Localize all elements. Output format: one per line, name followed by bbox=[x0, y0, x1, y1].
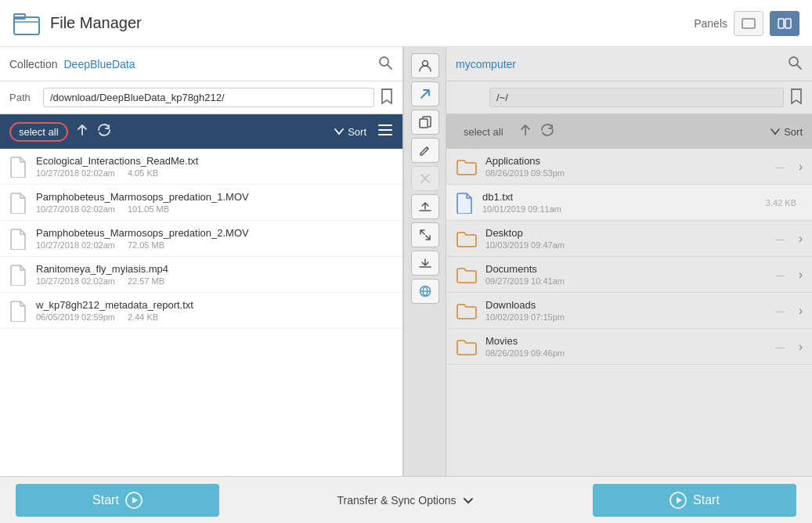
file-info: Ecological_Interactions_ReadMe.txt 10/27… bbox=[36, 155, 393, 178]
left-bookmark-icon[interactable] bbox=[381, 88, 393, 108]
left-file-list: Ecological_Interactions_ReadMe.txt 10/27… bbox=[0, 149, 402, 476]
svg-rect-2 bbox=[742, 19, 755, 28]
list-item[interactable]: w_kp78gh212_metadata_report.txt 06/05/20… bbox=[0, 293, 402, 329]
svg-marker-21 bbox=[677, 497, 682, 503]
transfer-upload-button[interactable] bbox=[411, 194, 439, 219]
transfer-download-button[interactable] bbox=[411, 251, 439, 276]
right-file-list: Applications 08/26/2019 09:53pm — › db1.… bbox=[446, 149, 812, 476]
file-meta: 10/27/2018 02:02am 101.05 MB bbox=[36, 204, 393, 214]
left-sort-section[interactable]: Sort bbox=[334, 126, 366, 138]
file-date: 10/27/2018 02:02am bbox=[36, 168, 115, 178]
dir-info: db1.txt 10/01/2019 09:11am bbox=[482, 191, 758, 214]
file-date: 10/27/2018 02:02am bbox=[36, 240, 115, 250]
right-path-input[interactable] bbox=[489, 88, 784, 107]
file-meta: 10/27/2018 02:02am 4.05 KB bbox=[36, 168, 393, 178]
start-right-button[interactable]: Start bbox=[593, 484, 796, 517]
list-item[interactable]: Pamphobeteus_Marmosops_predation_2.MOV 1… bbox=[0, 221, 402, 257]
file-name: Ecological_Interactions_ReadMe.txt bbox=[36, 155, 393, 167]
dir-size: — bbox=[776, 162, 791, 171]
transfer-arrow-button[interactable] bbox=[411, 81, 439, 106]
file-size: 4.05 KB bbox=[128, 168, 158, 178]
right-sort-section[interactable]: Sort bbox=[770, 126, 803, 138]
list-item[interactable]: Pamphobeteus_Marmosops_predation_1.MOV 1… bbox=[0, 185, 402, 221]
start-left-label: Start bbox=[92, 493, 119, 507]
file-icon bbox=[9, 192, 28, 214]
dual-panel-button[interactable] bbox=[770, 11, 799, 36]
file-meta: 10/27/2018 02:02am 72.05 MB bbox=[36, 240, 393, 250]
svg-rect-11 bbox=[420, 119, 428, 128]
left-search-icon[interactable] bbox=[377, 55, 393, 74]
panels-label: Panels bbox=[694, 17, 727, 30]
list-item[interactable]: db1.txt 10/01/2019 09:11am 3.42 KB bbox=[446, 185, 812, 221]
list-item[interactable]: Movies 08/26/2019 09:46pm — › bbox=[446, 329, 812, 365]
transfer-panel bbox=[403, 47, 446, 476]
right-select-all-button[interactable]: select all bbox=[456, 124, 511, 140]
file-name: w_kp78gh212_metadata_report.txt bbox=[36, 299, 393, 311]
start-left-button[interactable]: Start bbox=[16, 484, 219, 517]
dir-info: Downloads 10/02/2019 07:15pm bbox=[485, 299, 768, 322]
right-up-icon[interactable] bbox=[518, 122, 533, 141]
list-item[interactable]: Desktop 10/03/2019 09:47am — › bbox=[446, 221, 812, 257]
svg-line-17 bbox=[797, 65, 801, 69]
svg-line-6 bbox=[388, 65, 392, 69]
left-menu-icon[interactable] bbox=[377, 124, 393, 139]
list-item[interactable]: Downloads 10/02/2019 07:15pm — › bbox=[446, 293, 812, 329]
file-date: 06/05/2019 02:59pm bbox=[36, 312, 115, 322]
file-icon bbox=[9, 264, 28, 286]
dir-name: Desktop bbox=[485, 227, 768, 239]
left-sort-arrow-icon bbox=[334, 126, 345, 137]
dir-meta: 08/26/2019 09:46pm bbox=[485, 348, 768, 358]
dir-meta: 08/26/2019 09:53pm bbox=[485, 168, 768, 178]
left-up-icon[interactable] bbox=[74, 122, 90, 141]
transfer-delete-button[interactable] bbox=[411, 166, 439, 191]
list-item[interactable]: Documents 09/27/2019 10:41am — › bbox=[446, 257, 812, 293]
collection-name[interactable]: DeepBlueData bbox=[63, 58, 135, 70]
folder-icon bbox=[456, 265, 478, 284]
start-left-play-icon bbox=[125, 492, 143, 509]
right-bookmark-icon[interactable] bbox=[790, 88, 803, 108]
dir-size: — bbox=[776, 234, 791, 243]
file-meta: 10/27/2018 02:02am 22.57 MB bbox=[36, 276, 393, 286]
title-bar: File Manager Panels bbox=[0, 0, 812, 47]
file-manager-icon bbox=[13, 9, 41, 38]
file-name: Ranitomeya_fly_myiasis.mp4 bbox=[36, 263, 393, 275]
folder-icon bbox=[456, 229, 478, 248]
list-item[interactable]: Applications 08/26/2019 09:53pm — › bbox=[446, 149, 812, 185]
right-search-icon[interactable] bbox=[787, 55, 803, 74]
dir-size: 3.42 KB bbox=[766, 198, 803, 207]
main-content: Collection DeepBlueData Path select all bbox=[0, 47, 812, 476]
dir-name: Documents bbox=[485, 263, 768, 275]
left-refresh-icon[interactable] bbox=[96, 122, 112, 141]
right-refresh-icon[interactable] bbox=[540, 122, 555, 141]
file-icon bbox=[9, 228, 28, 250]
list-item[interactable]: Ecological_Interactions_ReadMe.txt 10/27… bbox=[0, 149, 402, 185]
transfer-user-button[interactable] bbox=[411, 53, 439, 78]
file-info: Pamphobeteus_Marmosops_predation_2.MOV 1… bbox=[36, 227, 393, 250]
file-date: 10/27/2018 02:02am bbox=[36, 204, 115, 214]
left-path-label: Path bbox=[9, 92, 37, 103]
dir-meta: 10/01/2019 09:11am bbox=[482, 204, 758, 214]
chevron-right-icon: › bbox=[799, 340, 803, 354]
svg-rect-3 bbox=[778, 19, 784, 28]
left-select-all-button[interactable]: select all bbox=[9, 122, 68, 142]
dir-name: Applications bbox=[485, 155, 768, 167]
file-size: 22.57 MB bbox=[128, 276, 164, 286]
start-right-label: Start bbox=[693, 493, 720, 507]
transfer-sync-options-button[interactable]: Transfer & Sync Options bbox=[219, 494, 593, 507]
chevron-right-icon: › bbox=[799, 232, 803, 246]
list-item[interactable]: Ranitomeya_fly_myiasis.mp4 10/27/2018 02… bbox=[0, 257, 402, 293]
right-toolbar: select all Sort bbox=[446, 114, 812, 149]
file-name: Pamphobeteus_Marmosops_predation_1.MOV bbox=[36, 191, 393, 203]
file-name: Pamphobeteus_Marmosops_predation_2.MOV bbox=[36, 227, 393, 239]
single-panel-icon bbox=[742, 18, 756, 29]
single-panel-button[interactable] bbox=[734, 11, 763, 36]
transfer-link-button[interactable] bbox=[411, 279, 439, 304]
right-panel: mycomputer Path select all bbox=[446, 47, 812, 476]
transfer-edit-button[interactable] bbox=[411, 138, 439, 163]
transfer-copy-button[interactable] bbox=[411, 110, 439, 135]
transfer-expand-button[interactable] bbox=[411, 222, 439, 247]
dir-meta: 09/27/2019 10:41am bbox=[485, 276, 768, 286]
file-icon bbox=[9, 300, 28, 322]
app-title: File Manager bbox=[50, 14, 142, 32]
left-path-input[interactable] bbox=[43, 88, 374, 107]
